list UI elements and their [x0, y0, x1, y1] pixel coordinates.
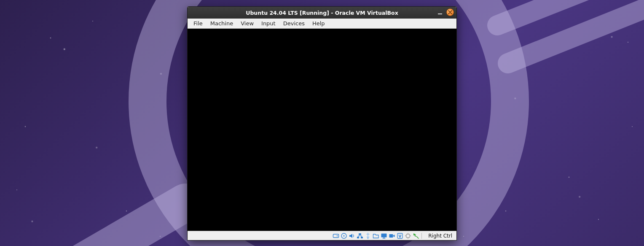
statusbar-separator — [421, 233, 422, 239]
svg-point-24 — [368, 238, 369, 239]
svg-point-9 — [628, 42, 628, 43]
usb-icon[interactable] — [365, 232, 371, 239]
audio-icon[interactable] — [349, 232, 355, 239]
close-button[interactable] — [446, 8, 454, 16]
svg-point-4 — [50, 38, 51, 39]
svg-line-2 — [497, 0, 644, 25]
statusbar: V Right Ctrl — [188, 231, 456, 240]
processor-icon[interactable] — [405, 232, 411, 239]
svg-point-5 — [92, 21, 93, 22]
menubar: File Machine View Input Devices Help — [188, 19, 456, 29]
menu-devices[interactable]: Devices — [280, 19, 308, 27]
menu-file[interactable]: File — [190, 19, 206, 27]
svg-point-14 — [16, 189, 17, 190]
desktop-wallpaper: Ubuntu 24.04 LTS [Running] - Oracle VM V… — [0, 0, 644, 246]
video-capture-icon[interactable]: V — [397, 232, 403, 239]
menu-machine[interactable]: Machine — [207, 19, 236, 27]
harddisk-icon[interactable] — [333, 232, 339, 239]
mouse-integration-icon[interactable] — [413, 232, 419, 239]
svg-point-11 — [463, 236, 464, 237]
svg-line-3 — [508, 0, 644, 63]
menu-help[interactable]: Help — [309, 19, 328, 27]
svg-point-10 — [505, 211, 507, 212]
network-icon[interactable] — [357, 232, 363, 239]
window-controls — [436, 8, 454, 16]
svg-rect-21 — [359, 233, 361, 235]
svg-point-7 — [569, 177, 570, 178]
optical-disc-icon[interactable] — [341, 232, 347, 239]
svg-line-1 — [40, 203, 185, 246]
svg-point-6 — [25, 126, 26, 127]
svg-rect-31 — [406, 234, 410, 238]
menu-input[interactable]: Input — [258, 19, 279, 27]
svg-text:V: V — [399, 234, 402, 238]
window-title: Ubuntu 24.04 LTS [Running] - Oracle VM V… — [188, 10, 456, 16]
svg-point-18 — [337, 235, 338, 236]
svg-point-12 — [126, 211, 127, 212]
window-titlebar[interactable]: Ubuntu 24.04 LTS [Running] - Oracle VM V… — [188, 7, 456, 19]
svg-rect-26 — [383, 238, 385, 238]
svg-rect-28 — [389, 234, 393, 238]
menu-view[interactable]: View — [237, 19, 257, 27]
hostkey-indicator[interactable]: Right Ctrl — [427, 232, 454, 239]
svg-point-20 — [343, 235, 345, 236]
svg-rect-23 — [361, 237, 363, 238]
svg-rect-27 — [383, 238, 386, 238]
svg-rect-17 — [333, 234, 339, 238]
recording-icon[interactable] — [389, 232, 395, 239]
shared-folder-icon[interactable] — [373, 232, 379, 239]
virtualbox-vm-window[interactable]: Ubuntu 24.04 LTS [Running] - Oracle VM V… — [187, 6, 457, 241]
svg-rect-16 — [438, 14, 442, 14]
guest-display-area[interactable] — [188, 29, 456, 231]
svg-point-15 — [632, 126, 633, 127]
minimize-button[interactable] — [436, 8, 444, 16]
svg-rect-25 — [381, 233, 387, 237]
display-icon[interactable] — [381, 232, 387, 239]
svg-point-13 — [160, 236, 161, 237]
svg-rect-22 — [357, 237, 359, 238]
svg-point-8 — [598, 219, 599, 220]
